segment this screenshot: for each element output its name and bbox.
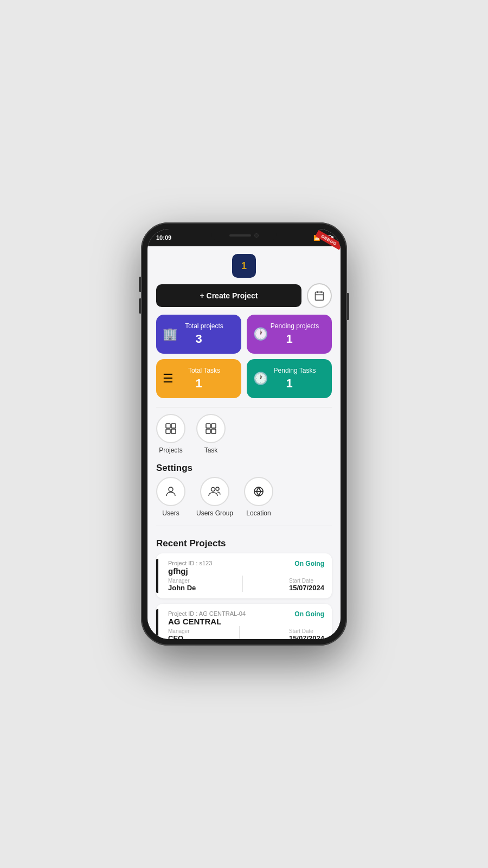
total-projects-icon: 🏢 (163, 327, 177, 341)
main-content: 1 + Create Project 🏢 (147, 246, 341, 639)
camera (254, 233, 259, 238)
nav-projects[interactable]: Projects (156, 414, 185, 454)
date-label-1: Start Date (289, 578, 324, 584)
project-footer-1: Manager John De Start Date 15/07/2024 (168, 576, 324, 592)
total-projects-value: 3 (195, 332, 202, 346)
svg-rect-0 (316, 292, 324, 300)
svg-rect-8 (206, 424, 210, 428)
task-icon (196, 414, 226, 443)
total-projects-label: Total projects (174, 322, 223, 330)
divider-2 (156, 526, 332, 526)
create-project-button[interactable]: + Create Project (156, 284, 301, 307)
total-tasks-label: Total Tasks (177, 367, 220, 374)
project-id-1: Project ID : s123 (168, 560, 212, 566)
pending-tasks-icon: 🕐 (253, 372, 268, 386)
users-label: Users (162, 509, 179, 517)
date-label-2: Start Date (289, 628, 324, 634)
project-name-2: AG CENTRAL (168, 617, 246, 626)
volume-up-button (139, 277, 141, 292)
svg-rect-11 (211, 429, 216, 433)
projects-icon (156, 414, 185, 443)
project-date-2: Start Date 15/07/2024 (289, 628, 324, 639)
svg-point-13 (211, 488, 215, 492)
project-footer-2: Manager CEO Start Date 15/07/2024 (168, 626, 324, 639)
nav-users-group[interactable]: Users Group (196, 477, 233, 517)
divider-1 (156, 407, 332, 407)
power-button (347, 293, 349, 320)
svg-rect-5 (171, 424, 176, 428)
settings-nav: Users Users Group (147, 477, 341, 522)
project-status-2: On Going (294, 610, 324, 618)
total-projects-card[interactable]: 🏢 Total projects 3 (156, 315, 241, 354)
manager-value-2: CEO (168, 634, 189, 639)
project-header-2: Project ID : AG CENTRAL-04 AG CENTRAL On… (168, 610, 324, 626)
project-card-1[interactable]: Project ID : s123 gfhgj On Going Manager… (156, 553, 332, 598)
svg-rect-7 (171, 429, 176, 433)
date-value-1: 15/07/2024 (289, 584, 324, 592)
manager-value-1: John De (168, 584, 196, 592)
svg-rect-9 (211, 424, 216, 428)
project-card-2[interactable]: Project ID : AG CENTRAL-04 AG CENTRAL On… (156, 604, 332, 639)
nav-task[interactable]: Task (196, 414, 226, 454)
pending-projects-card[interactable]: 🕐 Pending projects 1 (247, 315, 332, 354)
svg-rect-6 (166, 429, 170, 433)
pending-projects-icon: 🕐 (253, 327, 268, 341)
speaker (229, 234, 251, 237)
status-bar: 10:09 📶 (147, 229, 341, 246)
users-group-label: Users Group (196, 509, 233, 517)
settings-section-title: Settings (147, 457, 341, 477)
svg-rect-10 (206, 429, 210, 433)
calendar-button[interactable] (307, 283, 332, 308)
users-icon (156, 477, 185, 506)
pending-projects-label: Pending projects (260, 322, 319, 330)
recent-projects-title: Recent Projects (147, 533, 341, 553)
project-status-1: On Going (294, 560, 324, 567)
stats-grid: 🏢 Total projects 3 🕐 Pending projects 1 … (147, 315, 341, 404)
total-tasks-icon: ☰ (163, 372, 174, 386)
svg-rect-4 (166, 424, 170, 428)
total-tasks-card[interactable]: ☰ Total Tasks 1 (156, 359, 241, 398)
pending-projects-value: 1 (286, 332, 292, 346)
meta-divider-2 (239, 626, 240, 639)
svg-point-14 (216, 487, 219, 490)
create-project-row: + Create Project (147, 283, 341, 315)
project-name-1: gfhgj (168, 566, 212, 576)
logo-text: 1 (241, 260, 247, 272)
projects-label: Projects (159, 446, 182, 454)
nav-users[interactable]: Users (156, 477, 185, 517)
nav-location[interactable]: Location (244, 477, 273, 517)
project-card-bar (156, 559, 158, 593)
volume-down-button (139, 298, 141, 314)
logo-container: 1 (147, 246, 341, 283)
manager-label-2: Manager (168, 628, 189, 634)
date-value-2: 15/07/2024 (289, 634, 324, 639)
manager-label-1: Manager (168, 578, 196, 584)
task-label: Task (204, 446, 218, 454)
project-id-2: Project ID : AG CENTRAL-04 (168, 610, 246, 617)
status-time: 10:09 (156, 234, 171, 241)
pending-tasks-value: 1 (286, 376, 292, 391)
pending-tasks-card[interactable]: 🕐 Pending Tasks 1 (247, 359, 332, 398)
total-tasks-value: 1 (195, 376, 202, 391)
app-logo: 1 (232, 254, 256, 278)
users-group-icon (200, 477, 229, 506)
location-label: Location (246, 509, 271, 517)
project-date-1: Start Date 15/07/2024 (289, 578, 324, 592)
quick-nav: Projects Task (147, 414, 341, 457)
pending-tasks-label: Pending Tasks (263, 367, 316, 374)
project-card-bar-2 (156, 609, 158, 639)
meta-divider-1 (242, 576, 243, 592)
project-header-1: Project ID : s123 gfhgj On Going (168, 560, 324, 576)
notch (211, 229, 277, 242)
project-manager-1: Manager John De (168, 578, 196, 592)
svg-point-12 (169, 487, 173, 492)
project-manager-2: Manager CEO (168, 628, 189, 639)
location-icon (244, 477, 273, 506)
